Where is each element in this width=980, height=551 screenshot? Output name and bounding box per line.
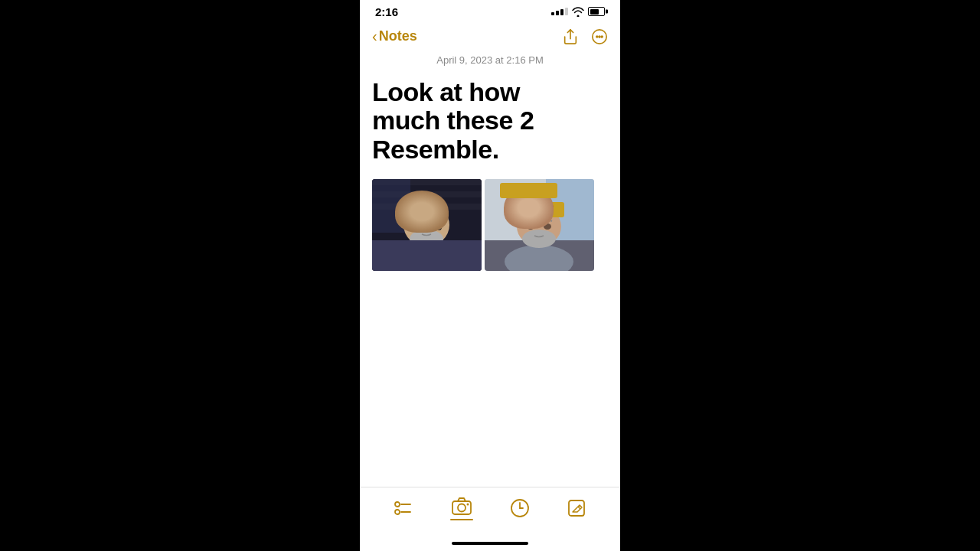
title-line1: Look at how [372, 77, 520, 106]
compose-button[interactable] [567, 498, 586, 518]
markup-button[interactable] [510, 498, 530, 518]
back-arrow-icon: ‹ [372, 28, 377, 45]
note-content: April 9, 2023 at 2:16 PM Look at how muc… [360, 51, 620, 487]
camera-icon [451, 495, 472, 517]
wifi-icon [572, 7, 584, 17]
svg-point-31 [544, 223, 551, 230]
svg-point-38 [467, 504, 469, 506]
battery-icon [588, 7, 605, 16]
left-photo-art [372, 179, 482, 271]
camera-active-indicator [450, 519, 473, 520]
home-indicator [360, 536, 620, 551]
svg-rect-15 [428, 221, 441, 230]
svg-rect-27 [514, 202, 564, 217]
note-title: Look at how much these 2 Resemble. [372, 78, 608, 164]
svg-point-3 [599, 36, 600, 37]
title-line2: much these 2 [372, 106, 534, 135]
checklist-button[interactable] [394, 498, 413, 518]
markup-icon [510, 498, 530, 518]
svg-rect-14 [412, 221, 425, 230]
home-bar [452, 542, 528, 545]
svg-rect-9 [372, 179, 410, 233]
back-label: Notes [379, 28, 417, 44]
svg-rect-28 [524, 205, 554, 213]
bottom-toolbar [360, 487, 620, 536]
right-photo-art [485, 179, 594, 271]
svg-point-30 [527, 223, 534, 230]
svg-point-17 [414, 222, 422, 228]
back-button[interactable]: ‹ Notes [372, 28, 417, 45]
svg-rect-36 [452, 501, 471, 514]
svg-point-4 [601, 36, 603, 37]
svg-point-37 [458, 504, 466, 512]
status-bar: 2:16 [360, 0, 620, 21]
note-images [372, 179, 608, 271]
svg-line-41 [578, 507, 580, 509]
compose-icon [567, 498, 586, 518]
svg-point-13 [405, 199, 448, 220]
svg-point-2 [596, 36, 598, 37]
nav-bar: ‹ Notes [360, 21, 620, 51]
phone-frame: 2:16 ‹ Notes [360, 0, 620, 551]
svg-point-29 [522, 230, 556, 248]
share-icon[interactable] [562, 28, 579, 45]
checklist-icon [394, 498, 413, 518]
svg-point-10 [396, 240, 457, 271]
svg-point-33 [395, 510, 400, 514]
title-line3: Resemble. [372, 135, 499, 164]
svg-point-19 [410, 230, 443, 248]
status-icons [551, 7, 605, 17]
svg-point-18 [430, 222, 438, 228]
signal-icon [551, 8, 568, 15]
more-icon[interactable] [591, 28, 608, 45]
image-left[interactable] [372, 179, 482, 271]
nav-actions [562, 28, 608, 45]
image-right[interactable] [485, 179, 594, 271]
note-date: April 9, 2023 at 2:16 PM [372, 54, 608, 66]
status-time: 2:16 [375, 5, 398, 18]
camera-button[interactable] [450, 495, 473, 520]
svg-point-32 [395, 502, 400, 507]
svg-point-12 [403, 204, 449, 246]
